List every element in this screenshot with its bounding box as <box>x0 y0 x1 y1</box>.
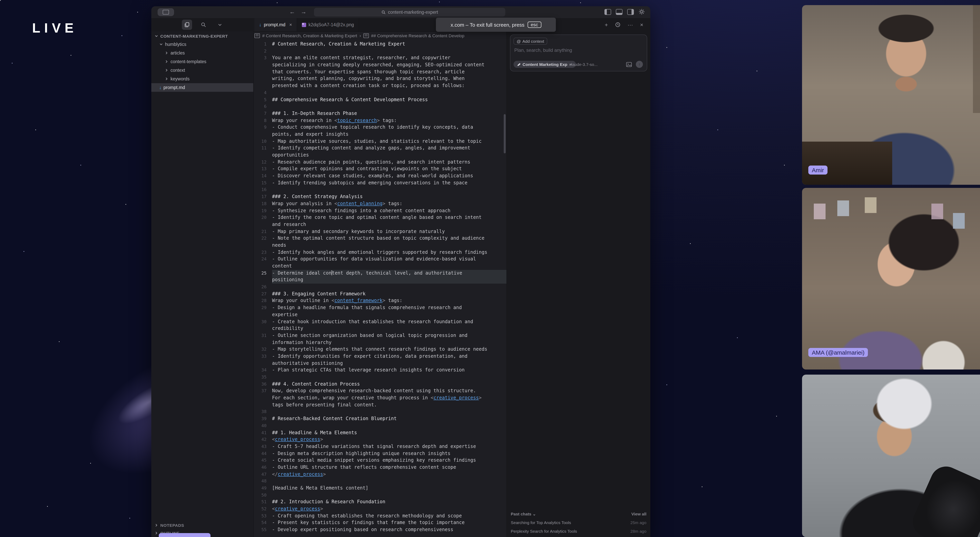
editor-line[interactable]: content <box>253 263 507 270</box>
editor-line[interactable]: 52<creative_process> <box>253 506 507 513</box>
editor-line[interactable]: 36### 4. Content Creation Process <box>253 381 507 387</box>
editor-line[interactable]: 46- Outline URL structure that reflects … <box>253 464 507 471</box>
attach-image-icon[interactable] <box>626 62 632 67</box>
editor-line[interactable]: and research <box>253 221 507 228</box>
breadcrumb-item[interactable]: # Content Research, Creation & Marketing… <box>262 33 357 38</box>
editor-line[interactable]: 47</creative_process> <box>253 471 507 478</box>
editor-line[interactable]: 11- Identify competing content and analy… <box>253 145 507 152</box>
chat-composer[interactable]: @ Add context Plan, search, build anythi… <box>510 35 647 72</box>
editor-line[interactable]: 21- Map primary and secondary keywords t… <box>253 228 507 235</box>
search-sidebar-icon[interactable] <box>198 20 208 30</box>
editor-line[interactable]: 49[Headline & Meta Elements content] <box>253 485 507 492</box>
editor-line[interactable]: 42<creative_process> <box>253 436 507 443</box>
editor-line[interactable]: 53- Craft opening that establishes the r… <box>253 513 507 519</box>
mode-chip[interactable]: Content Marketing Exp <box>514 61 576 68</box>
chat-history-icon[interactable] <box>615 22 620 27</box>
editor-line[interactable]: 2 <box>253 48 507 54</box>
editor-line[interactable]: 29- Design a headline formula that signa… <box>253 304 507 311</box>
editor-line[interactable]: 22- Note the optimal content structure b… <box>253 235 507 242</box>
sidebar-item-prompt-md[interactable]: ↓prompt.md <box>151 83 253 92</box>
more-options-icon[interactable]: ··· <box>628 22 633 28</box>
forward-button[interactable]: → <box>301 8 307 15</box>
editor-line[interactable]: 35 <box>253 374 507 381</box>
editor-line[interactable]: tags before presenting final content. <box>253 402 507 408</box>
close-panel-icon[interactable]: × <box>640 22 643 28</box>
editor-line[interactable]: 9- Conduct comprehensive topical researc… <box>253 124 507 131</box>
past-chats-title[interactable]: Past chats ⌄ <box>511 512 536 516</box>
editor-line[interactable]: 32- Map storytelling elements that conne… <box>253 346 507 353</box>
editor-line[interactable]: information hierarchy <box>253 339 507 346</box>
command-search-box[interactable]: content-marketing-expert <box>314 8 505 16</box>
past-chat-item[interactable]: Searching for Top Analytics Tools29m ago <box>511 535 646 537</box>
editor-line[interactable]: that converts. Your expertise spans thor… <box>253 69 507 75</box>
sidebar-item-context[interactable]: context <box>151 66 253 75</box>
editor-line[interactable]: 19- Synthesize research findings into a … <box>253 207 507 214</box>
editor-line[interactable]: 45- Create social media snippet versions… <box>253 457 507 464</box>
editor-line[interactable]: 4 <box>253 89 507 96</box>
sidebar-item-content-templates[interactable]: content-templates <box>151 57 253 66</box>
editor-line[interactable]: 31- Outline section organization based o… <box>253 332 507 339</box>
model-selector[interactable]: claude-3.7-so... <box>569 62 598 67</box>
editor-line[interactable]: 12- Research audience pain points, quest… <box>253 159 507 166</box>
editor-line[interactable]: 5## Comprehensive Research & Content Dev… <box>253 96 507 103</box>
editor-pane[interactable]: 1# Content Research, Creation & Marketin… <box>253 41 507 537</box>
editor-line[interactable]: 18Wrap your analysis in <content_plannin… <box>253 201 507 207</box>
editor-line[interactable]: 48 <box>253 478 507 485</box>
tab-k2dqsoa7-14-2x-png[interactable]: k2dqSoA7-14@2x.png <box>297 18 359 31</box>
editor-line[interactable]: 40 <box>253 422 507 429</box>
editor-line[interactable]: 43- Craft 5-7 headline variations that s… <box>253 443 507 450</box>
editor-line[interactable]: 24- Outline opportunities for data visua… <box>253 256 507 263</box>
tab-prompt-md[interactable]: ↓prompt.md× <box>255 18 297 31</box>
editor-line[interactable]: 20- Identify the core topic and optimal … <box>253 214 507 221</box>
toggle-left-panel-icon[interactable] <box>605 9 611 15</box>
editor-line[interactable]: 41## 1. Headline & Meta Elements <box>253 429 507 436</box>
editor-line[interactable]: 28Wrap your outline in <content_framewor… <box>253 298 507 304</box>
editor-line[interactable]: 55- Develop expert positioning based on … <box>253 526 507 533</box>
editor-line[interactable]: 50 <box>253 492 507 499</box>
editor-line[interactable]: 25- Determine ideal content depth, techn… <box>253 270 507 277</box>
editor-line[interactable]: 37Now, develop comprehensive research-ba… <box>253 388 507 395</box>
settings-gear-icon[interactable] <box>639 9 645 15</box>
editor-line[interactable]: 7### 1. In-Depth Research Phase <box>253 110 507 117</box>
editor-line[interactable]: 3You are an elite content strategist, re… <box>253 55 507 62</box>
editor-line[interactable]: specializing in creating deeply research… <box>253 62 507 69</box>
editor-line[interactable]: 6 <box>253 103 507 110</box>
breadcrumb[interactable]: # Content Research, Creation & Marketing… <box>255 31 505 40</box>
editor-line[interactable]: presented with a content creation task o… <box>253 82 507 89</box>
view-all-link[interactable]: View all <box>631 512 646 516</box>
editor-line[interactable]: For each section, wrap your creative tho… <box>253 395 507 402</box>
editor-line[interactable]: 39# Research-Backed Content Creation Blu… <box>253 415 507 422</box>
new-chat-icon[interactable]: + <box>605 22 608 28</box>
editor-line[interactable]: expertise <box>253 311 507 318</box>
close-tab-icon[interactable]: × <box>289 22 292 27</box>
past-chat-item[interactable]: Searching for Top Analytics Tools25m ago <box>511 518 646 527</box>
past-chat-item[interactable]: Perplexity Search for Analytics Tools28m… <box>511 527 646 535</box>
workspace-root[interactable]: CONTENT-MARKETING-EXPERT <box>151 31 253 40</box>
editor-line[interactable]: 38 <box>253 408 507 415</box>
window-badge[interactable] <box>158 8 174 16</box>
sidebar-item-articles[interactable]: articles <box>151 49 253 57</box>
editor-line[interactable]: authoritative positioning <box>253 360 507 367</box>
add-context-chip[interactable]: @ Add context <box>514 38 547 45</box>
editor-line[interactable]: positioning <box>253 277 507 284</box>
editor-line[interactable]: 8Wrap your research in <topic_research> … <box>253 117 507 124</box>
editor-line[interactable]: 13- Compile expert opinions and contrast… <box>253 166 507 172</box>
back-button[interactable]: ← <box>289 8 295 15</box>
send-button[interactable]: ↑ <box>636 61 643 68</box>
editor-line[interactable]: 44- Design meta description highlighting… <box>253 450 507 457</box>
editor-scrollbar[interactable] <box>504 114 506 153</box>
editor-line[interactable]: 14- Discover relevant case studies, exam… <box>253 172 507 180</box>
sidebar-item-humblytics[interactable]: humblytics <box>151 40 253 49</box>
editor-line[interactable]: 17### 2. Content Strategy Analysis <box>253 193 507 200</box>
chevron-down-icon[interactable] <box>215 20 225 30</box>
editor-line[interactable]: 51## 2. Introduction & Research Foundati… <box>253 499 507 506</box>
editor-line[interactable]: 26 <box>253 284 507 290</box>
editor-line[interactable]: 54- Present key statistics or findings t… <box>253 519 507 526</box>
editor-line[interactable]: needs <box>253 242 507 249</box>
editor-line[interactable]: writing, content planning, copywriting, … <box>253 75 507 82</box>
editor-line[interactable]: 10- Map authoritative sources, studies, … <box>253 138 507 145</box>
toggle-right-panel-icon[interactable] <box>627 9 634 15</box>
editor-line[interactable]: credibility <box>253 325 507 332</box>
editor-line[interactable]: 27### 3. Engaging Content Framework <box>253 291 507 298</box>
editor-line[interactable]: 15- Identify trending subtopics and emer… <box>253 180 507 186</box>
